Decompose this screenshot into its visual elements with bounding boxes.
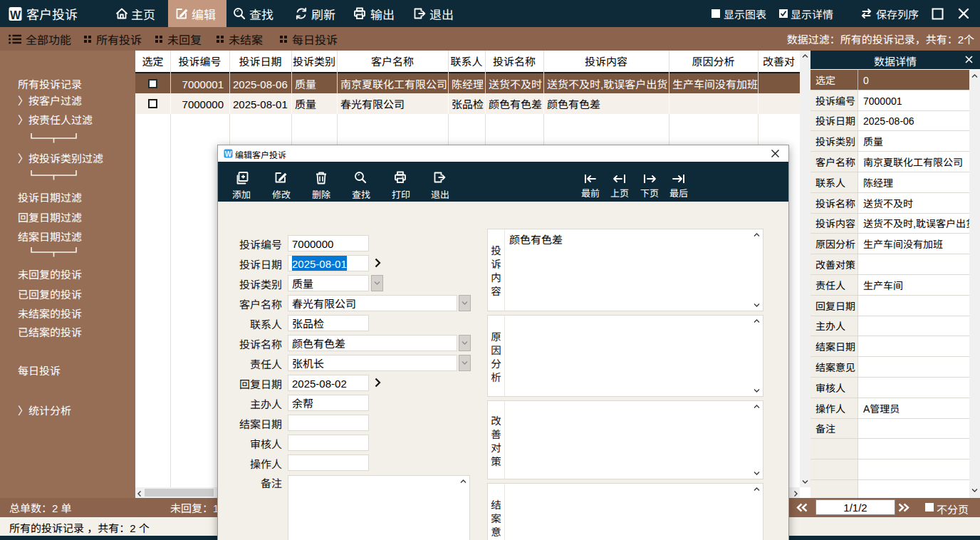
svg-text:W: W <box>10 9 21 21</box>
svg-text:W: W <box>225 150 232 158</box>
